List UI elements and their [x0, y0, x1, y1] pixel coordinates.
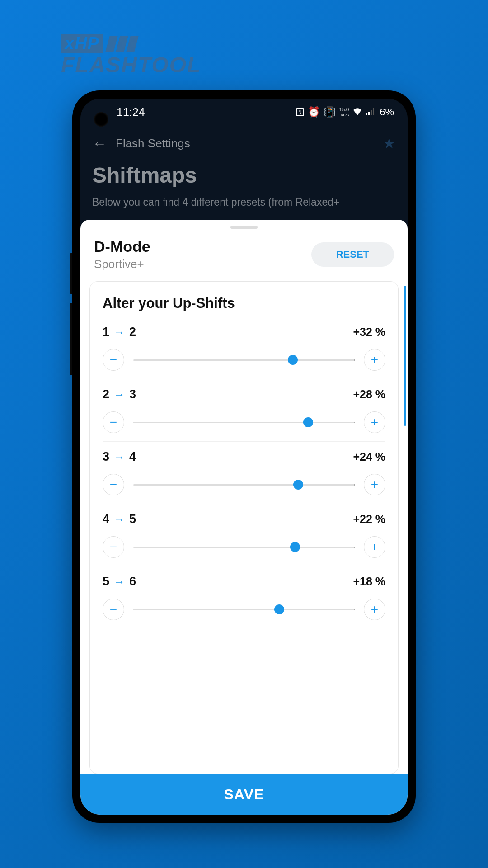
- decrease-button[interactable]: −: [103, 349, 124, 371]
- front-camera: [94, 112, 108, 127]
- increase-button[interactable]: +: [364, 349, 385, 371]
- shift-value: +22 %: [353, 513, 385, 526]
- shift-item: 4 → 5 +22 % − +: [103, 512, 385, 566]
- shift-gear-label: 2 → 3: [103, 387, 136, 401]
- decrease-button[interactable]: −: [103, 536, 124, 558]
- slider-zero-mark: [244, 605, 244, 614]
- svg-rect-0: [366, 113, 367, 115]
- back-arrow-icon[interactable]: ←: [92, 135, 107, 152]
- app-header: ← Flash Settings ★ Shiftmaps Below you c…: [80, 126, 408, 213]
- nfc-icon: N: [296, 108, 304, 116]
- slider-thumb[interactable]: [293, 480, 303, 490]
- screen-title: Flash Settings: [116, 137, 374, 151]
- slider-thumb[interactable]: [303, 417, 313, 427]
- shift-item: 3 → 4 +24 % − +: [103, 450, 385, 504]
- shift-gear-label: 1 → 2: [103, 325, 136, 339]
- wifi-icon: [352, 106, 362, 118]
- page-description: Below you can find 4 different presets (…: [92, 195, 396, 209]
- slider-zero-mark: [244, 481, 244, 489]
- mode-title: D-Mode: [94, 238, 150, 255]
- svg-rect-3: [373, 108, 374, 115]
- flashtool-logo: xHP FLASHTOOL: [61, 34, 201, 77]
- alarm-icon: ⏰: [308, 106, 320, 118]
- signal-icon: [366, 106, 375, 118]
- increase-button[interactable]: +: [364, 474, 385, 495]
- shift-slider[interactable]: [133, 355, 355, 364]
- decrease-button[interactable]: −: [103, 474, 124, 495]
- arrow-right-icon: →: [114, 513, 125, 526]
- shift-slider[interactable]: [133, 480, 355, 489]
- logo-stripes-icon: [108, 36, 136, 52]
- page-title: Shiftmaps: [92, 163, 396, 188]
- shift-slider[interactable]: [133, 605, 355, 614]
- shift-value: +28 %: [353, 388, 385, 401]
- arrow-right-icon: →: [114, 388, 125, 401]
- network-speed: 15.0KB/S: [339, 107, 349, 117]
- upshifts-card: Alter your Up-Shifts 1 → 2 +32 % − +: [89, 281, 399, 774]
- svg-rect-1: [368, 112, 370, 115]
- logo-text: FLASHTOOL: [61, 52, 201, 77]
- favorite-star-icon[interactable]: ★: [383, 135, 396, 152]
- arrow-right-icon: →: [114, 451, 125, 463]
- slider-zero-mark: [244, 543, 244, 552]
- decrease-button[interactable]: −: [103, 411, 124, 433]
- status-time: 11:24: [117, 106, 145, 119]
- slider-thumb[interactable]: [288, 355, 298, 365]
- slider-thumb[interactable]: [290, 542, 300, 552]
- arrow-right-icon: →: [114, 576, 125, 588]
- shift-item: 2 → 3 +28 % − +: [103, 387, 385, 442]
- card-title: Alter your Up-Shifts: [103, 295, 385, 311]
- screen: 11:24 N ⏰ 📳 15.0KB/S 6%: [80, 99, 408, 815]
- vibrate-icon: 📳: [324, 106, 336, 118]
- shift-value: +24 %: [353, 450, 385, 463]
- slider-zero-mark: [244, 418, 244, 427]
- shift-item: 1 → 2 +32 % − +: [103, 325, 385, 379]
- shift-gear-label: 4 → 5: [103, 512, 136, 526]
- shift-slider[interactable]: [133, 542, 355, 552]
- shift-slider[interactable]: [133, 418, 355, 427]
- logo-xhp: xHP: [61, 34, 103, 53]
- svg-rect-2: [371, 110, 372, 115]
- phone-frame: 11:24 N ⏰ 📳 15.0KB/S 6%: [72, 90, 416, 823]
- scrollbar[interactable]: [404, 286, 406, 426]
- shift-value: +18 %: [353, 575, 385, 588]
- battery-percent: 6%: [380, 106, 394, 118]
- save-button[interactable]: SAVE: [80, 774, 408, 815]
- reset-button[interactable]: RESET: [311, 242, 394, 267]
- shift-value: +32 %: [353, 326, 385, 339]
- mode-subtitle: Sportive+: [94, 257, 150, 271]
- bottom-sheet: D-Mode Sportive+ RESET Alter your Up-Shi…: [80, 220, 408, 815]
- increase-button[interactable]: +: [364, 411, 385, 433]
- slider-thumb[interactable]: [274, 604, 284, 614]
- slider-zero-mark: [244, 356, 244, 364]
- scroll-area[interactable]: Alter your Up-Shifts 1 → 2 +32 % − +: [80, 281, 408, 774]
- increase-button[interactable]: +: [364, 536, 385, 558]
- arrow-right-icon: →: [114, 326, 125, 339]
- shift-gear-label: 3 → 4: [103, 450, 136, 464]
- shift-item: 5 → 6 +18 % − +: [103, 575, 385, 628]
- save-label: SAVE: [224, 786, 264, 803]
- status-bar: 11:24 N ⏰ 📳 15.0KB/S 6%: [80, 99, 408, 126]
- sheet-drag-handle[interactable]: [230, 226, 258, 229]
- decrease-button[interactable]: −: [103, 599, 124, 620]
- increase-button[interactable]: +: [364, 599, 385, 620]
- shift-gear-label: 5 → 6: [103, 575, 136, 589]
